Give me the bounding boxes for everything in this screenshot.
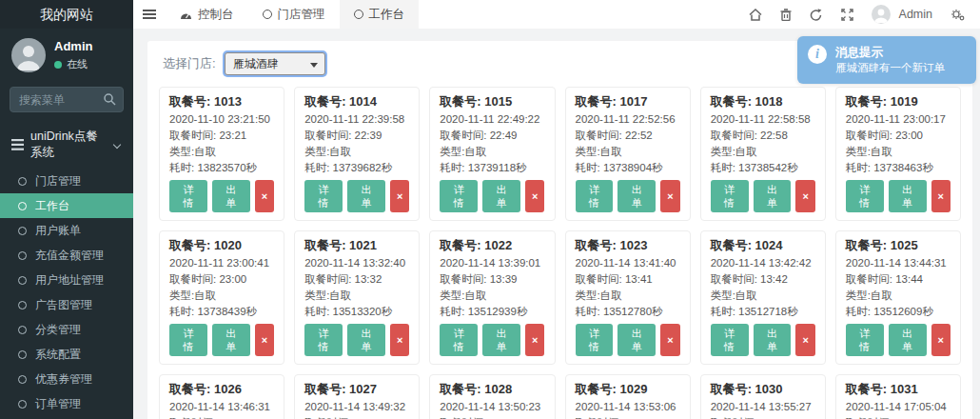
sidebar-menu-root[interactable]: uniDrink点餐系统 — [0, 121, 133, 169]
detail-button[interactable]: 详情 — [711, 180, 749, 212]
order-number-value: 1027 — [349, 382, 377, 396]
print-order-button[interactable]: 出单 — [482, 180, 520, 212]
notification-toast[interactable]: i 消息提示 雁城酒肆有一个新订单 — [797, 36, 976, 84]
home-icon[interactable] — [749, 9, 762, 21]
sidebar-menu-item[interactable]: 广告图管理 — [0, 292, 133, 317]
order-elapsed: 耗时: 13738542秒 — [711, 160, 815, 176]
delete-order-button[interactable]: × — [931, 180, 951, 212]
order-type-value: 自取 — [329, 146, 351, 157]
refresh-icon[interactable] — [810, 9, 823, 21]
order-card: 取餐号: 1023 2020-11-14 13:41:40 取餐时间: 13:4… — [565, 230, 691, 365]
store-select-dropdown[interactable]: 雁城酒肆 — [225, 52, 325, 75]
settings-gears-icon[interactable] — [951, 9, 965, 21]
order-type-value: 自取 — [600, 289, 622, 301]
sidebar-menu-item[interactable]: 分类管理 — [0, 317, 133, 342]
topbar-right: Admin — [749, 0, 980, 29]
detail-button[interactable]: 详情 — [711, 324, 749, 356]
delete-order-button[interactable]: × — [525, 180, 544, 212]
pickup-time-label: 取餐时间: — [304, 273, 354, 285]
order-datetime: 2020-11-14 13:39:01 — [440, 255, 544, 271]
print-order-button[interactable]: 出单 — [212, 324, 250, 356]
sidebar-menu-item[interactable]: 工作台 — [0, 193, 133, 218]
order-type-label: 类型: — [576, 146, 600, 157]
print-order-button[interactable]: 出单 — [754, 324, 792, 356]
order-datetime: 2020-11-14 13:49:32 — [304, 399, 409, 415]
print-order-button[interactable]: 出单 — [617, 324, 656, 356]
print-order-button[interactable]: 出单 — [347, 324, 385, 356]
order-type-label: 类型: — [576, 289, 600, 301]
order-number-value: 1015 — [484, 94, 512, 109]
detail-button[interactable]: 详情 — [846, 180, 884, 212]
order-datetime: 2020-11-11 22:39:58 — [304, 111, 409, 128]
detail-button[interactable]: 详情 — [169, 180, 207, 212]
sidebar-menu-item[interactable]: 门店管理 — [0, 169, 133, 193]
delete-order-button[interactable]: × — [795, 324, 814, 356]
print-order-button[interactable]: 出单 — [889, 180, 927, 212]
detail-button[interactable]: 详情 — [304, 180, 343, 212]
order-number-label: 取餐号: — [169, 382, 214, 396]
delete-order-button[interactable]: × — [660, 180, 679, 212]
delete-order-button[interactable]: × — [660, 324, 679, 356]
order-datetime: 2020-11-14 17:05:04 — [846, 399, 951, 415]
hamburger-icon — [143, 13, 156, 15]
print-order-button[interactable]: 出单 — [754, 180, 792, 212]
delete-order-button[interactable]: × — [390, 324, 409, 356]
order-number-label: 取餐号: — [711, 94, 755, 109]
order-number-label: 取餐号: — [169, 238, 214, 252]
tab-workbench[interactable]: 工作台 — [340, 0, 420, 29]
pickup-time-label: 取餐时间: — [440, 273, 489, 285]
detail-button[interactable]: 详情 — [846, 324, 884, 356]
sidebar-menu-item[interactable]: 充值金额管理 — [0, 243, 133, 268]
topbar-user-label[interactable]: Admin — [899, 8, 932, 21]
delete-order-button[interactable]: × — [255, 324, 274, 356]
user-status: 在线 — [54, 57, 92, 71]
delete-order-button[interactable]: × — [931, 324, 951, 356]
sidebar-menu-item[interactable]: 优惠券管理 — [0, 367, 133, 391]
order-type-label: 类型: — [846, 289, 871, 301]
order-elapsed: 耗时: 13739682秒 — [304, 160, 409, 176]
sidebar-menu-item[interactable]: 用户地址管理 — [0, 268, 133, 292]
sidebar-toggle-button[interactable] — [133, 0, 166, 29]
order-pickup-time: 取餐时间: 17:05 — [846, 415, 951, 419]
print-order-button[interactable]: 出单 — [347, 180, 385, 212]
delete-order-button[interactable]: × — [795, 180, 814, 212]
order-type-label: 类型: — [304, 289, 329, 301]
delete-order-button[interactable]: × — [525, 324, 544, 356]
pickup-time-label: 取餐时间: — [576, 273, 625, 285]
sidebar-menu-item[interactable]: 订单管理 — [0, 391, 133, 416]
order-number-label: 取餐号: — [576, 94, 620, 109]
detail-button[interactable]: 详情 — [576, 324, 614, 356]
delete-order-button[interactable]: × — [390, 180, 409, 212]
detail-button[interactable]: 详情 — [304, 324, 343, 356]
tab-store-management[interactable]: 门店管理 — [248, 0, 340, 29]
card-buttons: 详情 出单 × — [169, 324, 274, 356]
order-type-value: 自取 — [600, 146, 622, 157]
card-buttons: 详情 出单 × — [846, 180, 951, 212]
order-datetime: 2020-11-14 13:44:31 — [846, 255, 951, 271]
order-datetime: 2020-11-14 13:41:40 — [576, 255, 680, 271]
trash-icon[interactable] — [780, 9, 792, 21]
delete-order-button[interactable]: × — [255, 180, 274, 212]
detail-button[interactable]: 详情 — [440, 180, 478, 212]
print-order-button[interactable]: 出单 — [889, 324, 927, 356]
print-order-button[interactable]: 出单 — [617, 180, 656, 212]
print-order-button[interactable]: 出单 — [212, 180, 250, 212]
order-number: 取餐号: 1022 — [440, 238, 544, 253]
detail-button[interactable]: 详情 — [440, 324, 478, 356]
order-number-label: 取餐号: — [846, 238, 891, 252]
order-datetime: 2020-11-11 22:52:56 — [576, 111, 680, 128]
order-type-value: 自取 — [735, 289, 757, 301]
tab-dashboard[interactable]: 控制台 — [166, 0, 248, 29]
order-datetime: 2020-11-14 13:53:06 — [576, 399, 680, 415]
detail-button[interactable]: 详情 — [169, 324, 207, 356]
print-order-button[interactable]: 出单 — [482, 324, 520, 356]
sidebar-menu-item[interactable]: 系统配置 — [0, 342, 133, 367]
detail-button[interactable]: 详情 — [576, 180, 614, 212]
fullscreen-icon[interactable] — [841, 9, 853, 21]
elapsed-label: 耗时: — [711, 306, 738, 317]
topbar-avatar[interactable] — [872, 5, 891, 24]
tab-label: 门店管理 — [278, 7, 325, 23]
order-elapsed: 耗时: 13738439秒 — [169, 304, 274, 320]
search-icon[interactable] — [103, 92, 116, 106]
sidebar-menu-item[interactable]: 用户账单 — [0, 218, 133, 243]
